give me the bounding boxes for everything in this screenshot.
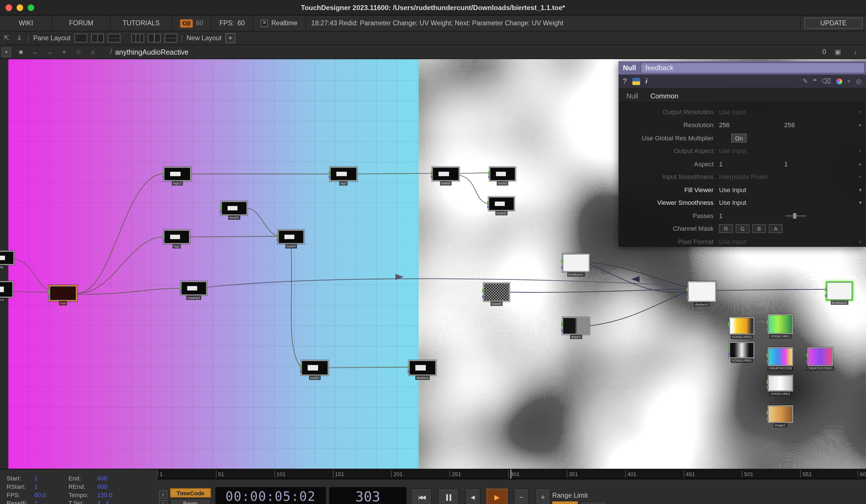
param-menu-value[interactable]: Use Input bbox=[719, 199, 746, 206]
node-invert1[interactable]: invert1 bbox=[488, 197, 515, 211]
stop-icon[interactable]: ■ bbox=[15, 48, 27, 56]
forward-arrow-icon[interactable]: → bbox=[44, 48, 56, 56]
channel-r-button[interactable]: R bbox=[719, 224, 733, 233]
dock-pane-icon[interactable]: ↓ bbox=[849, 48, 862, 56]
pane-layout-preset-5[interactable] bbox=[148, 34, 160, 43]
color-palette-icon[interactable] bbox=[836, 78, 842, 84]
copy-parameters-icon[interactable]: ◎ bbox=[856, 77, 862, 85]
tab-null[interactable]: Null bbox=[625, 90, 639, 102]
rstart-value[interactable]: 1 bbox=[34, 483, 68, 490]
pane-menu-caret-icon[interactable]: ▾ bbox=[2, 47, 11, 57]
node-displace[interactable]: displace bbox=[409, 360, 436, 376]
channel-g-button[interactable]: G bbox=[736, 224, 750, 233]
tempo-value[interactable]: 120.0 bbox=[97, 491, 134, 498]
slider-handle[interactable] bbox=[793, 213, 797, 219]
node-logic2[interactable]: logic2 bbox=[164, 167, 191, 181]
play-button[interactable]: ▶ bbox=[487, 489, 508, 504]
node-image1[interactable]: image1 bbox=[768, 405, 793, 423]
param-label[interactable]: Channel Mask bbox=[619, 225, 719, 232]
clear-icon[interactable]: ⌫ bbox=[821, 77, 831, 85]
start-value[interactable]: 1 bbox=[34, 475, 68, 481]
step-back-button[interactable]: ◀ bbox=[465, 489, 480, 504]
node-circle1[interactable]: circle1 bbox=[489, 167, 516, 181]
param-label[interactable]: Use Global Res Multiplier bbox=[619, 135, 719, 141]
add-layout-button[interactable]: + bbox=[225, 33, 235, 43]
pause-button[interactable] bbox=[438, 489, 459, 504]
maximize-pane-icon[interactable]: ▣ bbox=[832, 48, 844, 56]
tsig-value[interactable]: 4 4 bbox=[97, 500, 134, 504]
param-value[interactable]: 1 bbox=[784, 160, 850, 167]
timeline-ruler[interactable]: 151101151201251301351401451501551600 bbox=[157, 470, 866, 480]
end-value[interactable]: 600 bbox=[97, 475, 134, 481]
node-til1[interactable]: til1 bbox=[0, 250, 14, 265]
menu-wiki[interactable]: WIKI bbox=[0, 15, 52, 31]
bookmark-star-icon[interactable]: ☆ bbox=[72, 48, 84, 56]
param-label[interactable]: Output Resolution bbox=[619, 109, 719, 115]
expand-pane-icon[interactable]: ⇱ bbox=[2, 34, 11, 42]
rend-value[interactable]: 600 bbox=[97, 483, 134, 490]
node-math5[interactable]: math5 bbox=[432, 167, 459, 181]
playhead[interactable] bbox=[510, 470, 512, 479]
back-arrow-icon[interactable]: ← bbox=[29, 48, 42, 56]
dropdown-arrow-icon[interactable]: ▾ bbox=[859, 200, 862, 205]
node-CREATIVCODE[interactable]: CREATIVCODE bbox=[768, 347, 793, 366]
dropdown-arrow-icon[interactable]: ▾ bbox=[859, 148, 862, 154]
path-root[interactable]: / bbox=[110, 48, 112, 56]
fps-indicator[interactable]: FPS: 60 bbox=[212, 15, 253, 31]
update-button[interactable]: UPDATE bbox=[804, 18, 863, 29]
pane-layout-preset-2[interactable] bbox=[91, 34, 103, 43]
param-label[interactable]: Input Smoothness bbox=[619, 173, 719, 180]
io-indicator[interactable]: O|I 60 bbox=[172, 15, 211, 31]
param-label[interactable]: Pixel Format bbox=[619, 238, 719, 245]
node-VOGELVRE1[interactable]: VOGELVRE1 bbox=[768, 314, 793, 334]
zoom-window-button[interactable] bbox=[27, 4, 34, 11]
dropdown-arrow-icon[interactable]: ▾ bbox=[859, 239, 862, 245]
dropdown-arrow-icon[interactable]: ▾ bbox=[859, 187, 862, 192]
channel-b-button[interactable]: B bbox=[752, 224, 766, 233]
resetf-value[interactable]: 1 bbox=[34, 500, 68, 504]
minimize-window-button[interactable] bbox=[17, 4, 23, 11]
pane-layout-preset-3[interactable] bbox=[107, 34, 120, 43]
pane-layout-preset-6[interactable] bbox=[164, 34, 177, 43]
param-value[interactable]: 256 bbox=[784, 122, 850, 128]
node-lag2[interactable]: lag2 bbox=[330, 167, 357, 181]
node-math2[interactable]: math2 bbox=[301, 360, 329, 376]
help-icon[interactable]: ? bbox=[623, 77, 626, 85]
home-icon[interactable]: ⌂ bbox=[87, 48, 99, 56]
edit-comment-icon[interactable]: ✎ bbox=[802, 77, 808, 85]
node-envel1[interactable]: envel1 bbox=[221, 201, 247, 215]
network-editor-canvas[interactable]: til1gen1hublogic2lag2math5circle1invert1… bbox=[0, 59, 866, 469]
operator-name-field[interactable]: feedback bbox=[641, 63, 865, 74]
dropdown-arrow-icon[interactable]: ▾ bbox=[859, 109, 862, 115]
param-label[interactable]: Resolution bbox=[619, 122, 719, 128]
node-CREATIVCODE1[interactable]: CREATIVCODE1 bbox=[807, 347, 833, 366]
add-parameter-icon[interactable]: + bbox=[847, 77, 851, 85]
param-value[interactable]: 256 bbox=[719, 122, 784, 128]
menu-tutorials[interactable]: TUTORIALS bbox=[110, 15, 172, 31]
increment-frame-button[interactable]: + bbox=[535, 489, 551, 504]
node-math4[interactable]: math4 bbox=[278, 230, 304, 244]
network-path[interactable]: anythingAudioReactive bbox=[115, 48, 188, 56]
pane-layout-preset-1[interactable] bbox=[74, 34, 87, 43]
close-window-button[interactable] bbox=[5, 4, 12, 11]
fps-value[interactable]: 60.0 bbox=[34, 491, 68, 498]
expander-icon[interactable]: ▸ bbox=[859, 161, 862, 167]
node-feedback1[interactable]: feedback1 bbox=[562, 254, 590, 272]
parameter-dialog[interactable]: Null feedback ? i ✎ ❝ ⌫ + ◎ Null Common bbox=[619, 61, 866, 247]
loop-button[interactable]: Loop bbox=[552, 501, 578, 504]
param-label[interactable]: Passes bbox=[619, 213, 719, 219]
param-menu-value[interactable]: Use Input bbox=[719, 109, 746, 115]
save-layout-icon[interactable]: ⇓ bbox=[15, 34, 24, 42]
once-button[interactable]: Once bbox=[580, 501, 607, 504]
menu-forum[interactable]: FORUM bbox=[52, 15, 110, 31]
param-menu-value[interactable]: Use Input bbox=[719, 187, 746, 193]
node-lag1[interactable]: lag1 bbox=[164, 230, 190, 244]
info-icon[interactable]: i bbox=[645, 77, 647, 85]
node-hub[interactable]: hub bbox=[48, 285, 77, 302]
param-label[interactable]: Aspect bbox=[619, 160, 719, 167]
beats-mode-button[interactable]: Beats bbox=[170, 499, 211, 504]
toggle-button[interactable]: On bbox=[731, 134, 747, 142]
realtime-checkbox-icon[interactable]: ✕ bbox=[261, 20, 268, 27]
dropdown-arrow-icon[interactable]: ▾ bbox=[859, 174, 862, 179]
independent-button[interactable]: I bbox=[159, 500, 167, 504]
